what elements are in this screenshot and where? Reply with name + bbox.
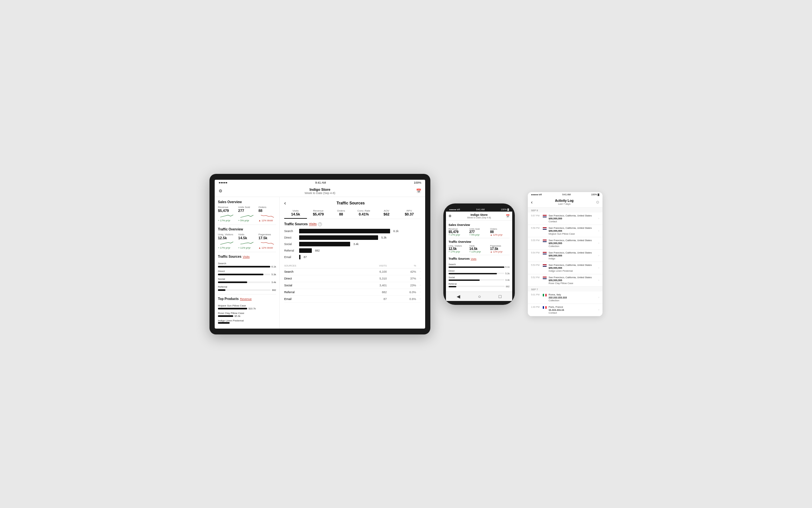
back-icon[interactable]: ‹ [284,200,286,206]
activity-location-5: San Francisco, California, United States [548,264,596,266]
phone-traffic-metrics: Uniq. Visitors 12.5k + 17% yr/yr Visits … [448,245,510,253]
stat-rpv[interactable]: RPV $0.37 [398,209,421,219]
nav-back-icon[interactable]: ◀ [457,294,460,299]
scene: ●●●●● 9:41 AM 100% ⚙ Indigo Store Week t… [196,161,616,347]
activity-item-2[interactable]: 5:56 PM San Francisco, California, Unite… [528,225,603,237]
activity-title: Activity Log Last 7 days [533,199,596,205]
row-social-name: Social [284,284,343,287]
stat-visits[interactable]: Visits 14.5k [284,209,307,219]
table-row-search[interactable]: Search 6,100 42% › [284,268,421,275]
activity-item-7[interactable]: 5:01 PM Roma, Italy 222.222.222.222 Coll… [528,292,603,304]
stat-conv-rate-value: 0.41% [352,212,375,216]
activity-price-7: 222.222.222.222 [548,296,596,299]
revenue-change: + 17% yr/yr [218,219,236,222]
pageviews-change: ▲ 12% WoW [258,246,276,249]
phone-middle-status-bar: ●●●●● wifi 9:41 AM 100% ▓ [446,207,512,212]
activity-list: SEP 8 5:57 PM San Francisco, California,… [528,208,603,316]
phone-gear-icon[interactable]: ⚙ [448,214,451,218]
activity-price-2: $55,555,555 [548,229,596,232]
row-direct-arrow: › [416,277,421,280]
activity-item-8[interactable]: 1:40 PM Paris, France 11.111.111.11 Cont… [528,304,603,316]
phone-referral-label: Referral [448,283,457,285]
nav-square-icon[interactable]: □ [498,294,501,299]
chart-social-value: 3.4k [353,243,359,246]
phone-revenue-change: + 17% yr/yr [448,234,468,236]
activity-title-main: Activity Log [533,199,596,203]
activity-arrow-7: › [598,296,599,299]
activity-time-8: 1:40 PM [531,305,541,308]
stat-conv-rate[interactable]: Conv. Rate 0.41% [352,209,375,219]
visits-metric: Visits 14.5k + 11% yr/yr [238,233,256,249]
product-indigo-row: Indigo Linen Pestemal [218,319,276,324]
phone-direct-label: Direct [448,270,455,272]
activity-product-8: Contact [548,311,596,314]
uniq-visitors-value: 12.5k [218,236,236,240]
activity-item-6[interactable]: 5:52 PM San Francisco, California, Unite… [528,274,603,287]
table-row-email[interactable]: Email 87 0.6% › [284,296,421,303]
tablet-device: ●●●●● 9:41 AM 100% ⚙ Indigo Store Week t… [209,174,430,334]
revenue-metric: Revenue $5,479 + 17% yr/yr [218,206,236,222]
phone-search-label: Search [448,263,456,265]
row-referral-arrow: › [416,291,421,294]
summary-stats: Visits 14.5k Revenue $5,479 Orders 88 [284,209,421,219]
chart-referral-label: Referral [284,249,297,252]
traffic-sources-sidebar-tab[interactable]: Visits [243,255,249,258]
info-icon[interactable]: ? [318,222,322,226]
phone-traffic-sources-tab[interactable]: Visits [471,257,476,260]
phone-visits-metric: Visits 14.5k + 11% yr/yr [469,245,489,253]
chart-direct-fill [299,235,378,240]
gear-icon[interactable]: ⚙ [219,188,223,194]
stat-visits-value: 14.5k [284,212,307,216]
table-row-direct[interactable]: Direct 5,310 37% › [284,275,421,282]
product-mojave-row: Mojave Sun Pillow Case $10.7k [218,304,276,310]
activity-arrow-6: › [598,279,599,282]
activity-location-3: San Francisco, California, United States [548,239,596,242]
activity-filter-icon[interactable]: ⊙ [596,200,599,204]
phone-visits-change: + 11% yr/yr [469,251,489,253]
phone-orders-value: 88 [490,230,510,234]
activity-status-bar: ●●●●● wifi 9:41 AM 100% ▓ [528,192,603,197]
phone-date-range: Week to Date (Sep 4-8) [467,216,491,219]
stat-orders[interactable]: Orders 88 [330,209,352,219]
activity-item-3[interactable]: 5:55 PM San Francisco, California, Unite… [528,237,603,250]
nav-home-icon[interactable]: ○ [478,294,481,299]
phone-pageviews-label: Pageviews [490,245,510,247]
phone-revenue-value: $5,479 [448,230,468,234]
tablet-status-bar: ●●●●● 9:41 AM 100% [215,180,425,185]
orders-value: 88 [258,209,276,213]
table-row-social[interactable]: Social 3,401 23% › [284,282,421,289]
phone-calendar-icon[interactable]: 📅 [506,214,510,218]
stat-revenue[interactable]: Revenue $5,479 [307,209,330,219]
chart-referral-fill [299,248,312,253]
flag-us-4 [543,252,546,254]
activity-item-5[interactable]: 5:53 PM San Francisco, California, Unite… [528,262,603,274]
uniq-change: + 17% yr/yr [218,246,236,249]
orders-metric: Orders 88 ▲ 12% WoW [258,206,276,222]
activity-product-1: Contact [548,220,596,223]
orders-label: Orders [258,206,276,209]
traffic-metrics-row: Uniq. Visitors 12.5k + 17% yr/yr Visits … [218,233,276,249]
table-row-referral[interactable]: Referral 882 6.0% › [284,289,421,296]
calendar-icon[interactable]: 📅 [416,188,421,194]
phone-units-metric: Units Sold 277 + 5% yr/yr [469,228,489,236]
pageviews-sparkline [258,240,276,246]
activity-item-1[interactable]: 5:57 PM San Francisco, California, Unite… [528,213,603,225]
row-social-arrow: › [416,284,421,287]
phone-orders-metric: Orders 88 ▲ 12% yr/yr [490,228,510,236]
phone-direct-row: Direct 5.3k [448,269,510,274]
stat-aov[interactable]: AOV $62 [375,209,398,219]
pageviews-value: 17.5k [258,236,276,240]
activity-location-4: San Francisco, California, United States [548,251,596,254]
chart-tab[interactable]: Visits [309,222,317,226]
top-products-tab[interactable]: Revenue [240,297,252,301]
chart-email-label: Email [284,255,297,259]
flag-fr-1 [543,306,546,309]
sidebar-search-row: Search 6.1k [218,262,276,268]
row-social-pct: 23% [387,284,416,287]
product-rose-name: Rose Clay Pillow Case [218,312,276,314]
traffic-sources-sidebar-title: Traffic Sources [218,255,241,258]
activity-info-8: Paris, France 11.111.111.11 Contact [548,305,596,314]
phone-middle-screen: ●●●●● wifi 9:41 AM 100% ▓ ⚙ Indigo Store… [446,207,512,301]
activity-item-4[interactable]: 5:54 PM San Francisco, California, Unite… [528,250,603,262]
activity-time-2: 5:56 PM [531,226,541,229]
